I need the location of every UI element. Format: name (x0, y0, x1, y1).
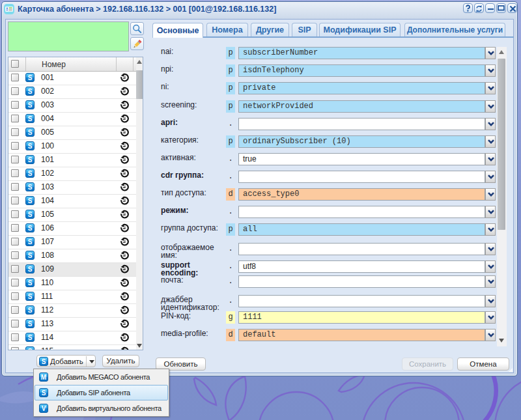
svg-text:S: S (28, 348, 33, 350)
svg-text:S: S (42, 389, 46, 397)
svg-text:M: M (41, 374, 46, 381)
svg-text:S: S (42, 358, 46, 365)
svg-text:V: V (42, 405, 46, 412)
